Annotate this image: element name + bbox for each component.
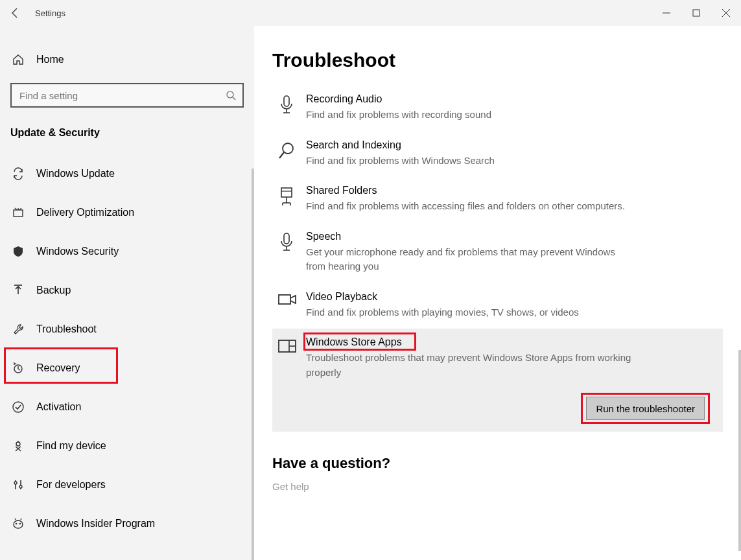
troubleshoot-item-title: Windows Store Apps [306,336,402,348]
microphone-icon [277,93,306,122]
body: Home Update & Security Windows Update [0,26,741,560]
recovery-icon [10,360,26,376]
svg-point-17 [19,523,21,525]
sidebar-item-label: Troubleshoot [26,323,97,335]
sidebar-item-label: Backup [26,285,71,296]
search-icon [226,90,236,100]
sidebar-item-label: Windows Security [26,246,119,257]
troubleshoot-item-title: Shared Folders [306,185,718,196]
backup-icon [10,283,26,298]
troubleshoot-item-desc: Troubleshoot problems that may prevent W… [306,351,637,380]
troubleshoot-video-playback[interactable]: Video Playback Find and fix problems wit… [272,283,723,329]
window-title: Settings [31,8,65,18]
video-icon [277,291,306,320]
sidebar-item-label: Delivery Optimization [26,207,134,218]
home-label: Home [26,54,64,65]
search-field[interactable] [18,89,226,102]
troubleshoot-item-desc: Find and fix problems with playing movie… [306,305,637,320]
troubleshoot-item-desc: Find and fix problems with accessing fil… [306,199,637,214]
sidebar: Home Update & Security Windows Update [0,26,254,560]
troubleshoot-search-indexing[interactable]: Search and Indexing Find and fix problem… [272,132,723,178]
svg-rect-27 [284,233,289,244]
insider-icon [10,516,26,531]
close-button[interactable] [711,0,741,26]
home-button[interactable]: Home [0,44,254,75]
troubleshoot-shared-folders[interactable]: Shared Folders Find and fix problems wit… [272,177,723,223]
content: Troubleshoot Recording Audio Find and fi… [254,26,741,560]
delivery-icon [10,205,26,220]
sidebar-item-troubleshoot[interactable]: Troubleshoot [0,310,254,349]
sidebar-item-label: Find my device [26,440,106,452]
svg-line-20 [279,152,284,158]
troubleshoot-item-title: Video Playback [306,291,718,303]
sidebar-item-label: Recovery [26,362,80,374]
shared-folder-icon [277,185,306,214]
search-icon [277,139,306,169]
sidebar-item-label: Windows Update [26,168,115,180]
svg-point-15 [14,520,23,528]
svg-rect-18 [284,96,289,106]
get-help-link[interactable]: Get help [272,481,723,492]
run-troubleshooter-button[interactable]: Run the troubleshooter [586,397,705,420]
maximize-button[interactable] [681,0,711,26]
wrench-icon [10,321,26,337]
section-title: Update & Security [0,108,254,150]
svg-point-16 [16,523,18,525]
sidebar-item-windows-update[interactable]: Windows Update [0,154,254,193]
troubleshoot-item-title: Recording Audio [306,93,718,105]
question-heading: Have a question? [272,455,723,472]
page-title: Troubleshoot [272,49,723,71]
store-icon [277,336,306,380]
sidebar-item-delivery-optimization[interactable]: Delivery Optimization [0,193,254,232]
search-input[interactable] [10,83,244,108]
minimize-button[interactable] [652,0,681,26]
troubleshoot-recording-audio[interactable]: Recording Audio Find and fix problems wi… [272,86,723,132]
microphone-icon [277,231,306,274]
sidebar-item-label: Windows Insider Program [26,518,155,530]
sidebar-item-find-my-device[interactable]: Find my device [0,426,254,465]
troubleshoot-speech[interactable]: Speech Get your microphone ready and fix… [272,223,723,283]
sidebar-item-windows-insider[interactable]: Windows Insider Program [0,504,254,543]
svg-point-19 [283,143,293,154]
svg-rect-28 [279,295,290,304]
svg-point-13 [14,482,17,484]
developer-icon [10,477,26,493]
sidebar-item-backup[interactable]: Backup [0,271,254,310]
home-icon [10,53,26,66]
troubleshoot-item-desc: Find and fix problems with Windows Searc… [306,154,637,169]
troubleshoot-item-desc: Get your microphone ready and fix proble… [306,245,637,274]
nav: Windows Update Delivery Optimization Win… [0,150,254,543]
shield-icon [10,244,26,259]
check-circle-icon [10,399,26,415]
troubleshoot-item-desc: Find and fix problems with recording sou… [306,108,637,122]
svg-rect-6 [14,210,23,216]
svg-point-4 [227,91,233,98]
svg-rect-1 [693,10,700,16]
troubleshoot-item-title: Speech [306,231,718,242]
titlebar: Settings [0,0,741,26]
svg-rect-21 [281,188,292,197]
svg-line-5 [233,97,235,100]
svg-point-10 [16,442,20,446]
svg-point-9 [13,402,23,412]
run-button-label: Run the troubleshooter [596,403,695,414]
troubleshoot-windows-store-apps[interactable]: Windows Store Apps Troubleshoot problems… [272,329,723,432]
location-icon [10,438,26,454]
sidebar-item-label: For developers [26,479,106,491]
sidebar-item-windows-security[interactable]: Windows Security [0,232,254,271]
troubleshoot-item-title: Search and Indexing [306,139,718,151]
back-button[interactable] [0,0,31,26]
sidebar-item-activation[interactable]: Activation [0,388,254,426]
sidebar-item-recovery[interactable]: Recovery [0,349,254,388]
svg-point-14 [19,485,22,488]
sidebar-item-label: Activation [26,401,81,413]
sync-icon [10,166,26,181]
sidebar-item-for-developers[interactable]: For developers [0,465,254,504]
